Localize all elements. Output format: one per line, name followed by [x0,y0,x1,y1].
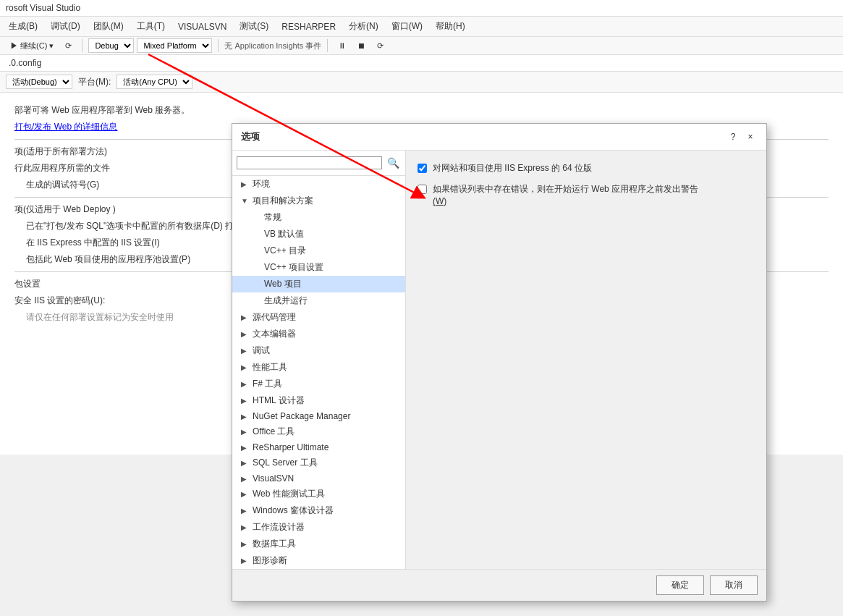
options-panel: 对网站和项目使用 IIS Express 的 64 位版 如果错误列表中存在错误… [406,151,766,569]
tree-item[interactable]: ▶F# 工具 [232,376,405,392]
menu-test[interactable]: 测试(S) [234,18,274,35]
refresh-button[interactable]: ⟳ [61,40,76,52]
tree-item-label: 调试 [253,345,270,357]
menu-tools[interactable]: 工具(T) [131,18,171,35]
warning-checkbox[interactable] [418,185,427,194]
warning-label[interactable]: 如果错误列表中存在错误，则在开始运行 Web 应用程序之前发出警告 (W) [433,183,698,208]
dialog-controls: ? × [726,130,758,144]
tree-item-label: 项目和解决方案 [253,195,313,207]
tree-item[interactable]: ▶NuGet Package Manager [232,409,405,423]
tree-item-label: F# 工具 [253,378,282,390]
tree-arrow-icon: ▶ [241,330,250,338]
platform-dropdown[interactable]: Mixed Platform [137,38,212,53]
tree-item-label: 生成并运行 [264,295,308,307]
tree-item[interactable]: ▶工作流设计器 [232,519,405,536]
tree-item-label: 常规 [264,211,281,224]
tree-item[interactable]: ▶环境 [232,176,405,193]
dialog-footer: 确定 取消 [232,569,766,601]
menu-window[interactable]: 窗口(W) [386,18,428,35]
tree-item-label: 文本编辑器 [253,328,296,340]
tree-arrow-icon: ▼ [241,197,250,205]
debug-dropdown[interactable]: Debug [88,38,134,53]
tree-item[interactable]: 生成并运行 [232,292,405,309]
tree-item[interactable]: 常规 [232,209,405,226]
platform-dropdown-2[interactable]: 活动(Any CPU) [117,75,192,89]
tree-item[interactable]: Web 项目 [232,276,405,292]
tree-item-label: 图形诊断 [253,554,287,567]
tree-item[interactable]: VB 默认值 [232,226,405,242]
iis-express-checkbox[interactable] [418,164,427,173]
tree-item-label: 性能工具 [253,361,287,374]
tree-item[interactable]: ▼项目和解决方案 [232,193,405,209]
tree-item-label: 数据库工具 [253,538,296,550]
warning-sublabel: (W) [433,196,446,206]
dialog-close-button[interactable]: × [743,130,758,144]
tree-panel: 🔍 ▶环境▼项目和解决方案常规VB 默认值VC++ 目录VC++ 项目设置Web… [232,151,406,569]
toolbar-separator-1 [82,39,82,52]
menu-resharper[interactable]: RESHARPER [276,20,342,34]
continue-button[interactable]: ▶ 继续(C) ▾ [6,39,58,53]
tree-item[interactable]: ▶源代码管理 [232,309,405,326]
toolbar-separator-3 [327,39,328,52]
config-bar: 活动(Debug) 平台(M): 活动(Any CPU) [0,72,843,93]
tree-item-label: ReSharper Ultimate [253,442,329,452]
tree-arrow-icon: ▶ [241,459,250,467]
restart-button[interactable]: ⟳ [373,40,388,52]
tree-item-label: 环境 [253,178,270,190]
tree-item[interactable]: VC++ 目录 [232,242,405,259]
tree-list: ▶环境▼项目和解决方案常规VB 默认值VC++ 目录VC++ 项目设置Web 项… [232,176,405,569]
menu-build[interactable]: 生成(B) [3,18,43,35]
tree-arrow-icon: ▶ [241,475,250,483]
tree-item[interactable]: ▶VisualSVN [232,471,405,486]
file-tab-name: .0.config [9,58,41,68]
tree-item[interactable]: ▶Windows 窗体设计器 [232,502,405,519]
tree-search-input[interactable] [237,156,382,169]
tree-arrow-icon: ▶ [241,557,250,565]
tree-item-label: VB 默认值 [264,228,304,240]
dialog-help-button[interactable]: ? [726,130,740,144]
tree-arrow-icon: ▶ [241,413,250,421]
menu-team[interactable]: 团队(M) [88,18,130,35]
tree-arrow-icon: ▶ [241,507,250,515]
pause-button[interactable]: ⏸ [334,40,350,51]
menu-visualsvn[interactable]: VISUALSVN [172,20,232,34]
tree-item[interactable]: ▶图形诊断 [232,552,405,569]
menu-help[interactable]: 帮助(H) [430,18,471,35]
tree-item[interactable]: VC++ 项目设置 [232,259,405,276]
tree-arrow-icon: ▶ [241,313,250,321]
tree-item[interactable]: ▶文本编辑器 [232,326,405,342]
menu-analyze[interactable]: 分析(N) [343,18,384,35]
menu-debug[interactable]: 调试(D) [45,18,86,35]
tree-item-label: VisualSVN [253,473,294,484]
stop-button[interactable]: ⏹ [353,40,370,51]
insights-label: 无 Application Insights 事件 [224,41,321,51]
tree-item-label: NuGet Package Manager [253,411,350,421]
tree-search-button[interactable]: 🔍 [385,155,401,171]
cancel-button[interactable]: 取消 [710,575,758,595]
tree-item-label: VC++ 项目设置 [264,261,323,274]
warning-text: 如果错误列表中存在错误，则在开始运行 Web 应用程序之前发出警告 [433,184,698,194]
tree-item[interactable]: ▶ReSharper Ultimate [232,440,405,455]
tree-item[interactable]: ▶SQL Server 工具 [232,455,405,471]
file-tab[interactable]: .0.config [0,55,843,72]
ok-button[interactable]: 确定 [656,575,704,595]
tree-item-label: SQL Server 工具 [253,457,318,469]
tree-item[interactable]: ▶HTML 设计器 [232,392,405,409]
tree-arrow-icon: ▶ [241,397,250,405]
config-dropdown[interactable]: 活动(Debug) [6,75,72,89]
tree-item[interactable]: ▶Web 性能测试工具 [232,486,405,502]
tree-item[interactable]: ▶调试 [232,342,405,359]
deploy-link[interactable]: 打包/发布 Web 的详细信息 [14,122,117,132]
tree-arrow-icon: ▶ [241,523,250,531]
tree-item-label: Web 性能测试工具 [253,488,325,500]
tree-item[interactable]: ▶性能工具 [232,359,405,376]
warning-option: 如果错误列表中存在错误，则在开始运行 Web 应用程序之前发出警告 (W) [418,183,755,208]
tree-item-label: Windows 窗体设计器 [253,505,334,517]
options-dialog: 选项 ? × 🔍 ▶环境▼项目和解决方案常规VB 默认值VC++ 目录VC++ … [232,123,767,602]
tree-item[interactable]: ▶数据库工具 [232,536,405,552]
platform-label: 平台(M): [78,76,111,88]
iis-express-label[interactable]: 对网站和项目使用 IIS Express 的 64 位版 [433,162,592,174]
toolbar: ▶ 继续(C) ▾ ⟳ Debug Mixed Platform 无 Appli… [0,37,843,55]
tree-item[interactable]: ▶Office 工具 [232,423,405,440]
iis-express-option: 对网站和项目使用 IIS Express 的 64 位版 [418,162,755,174]
